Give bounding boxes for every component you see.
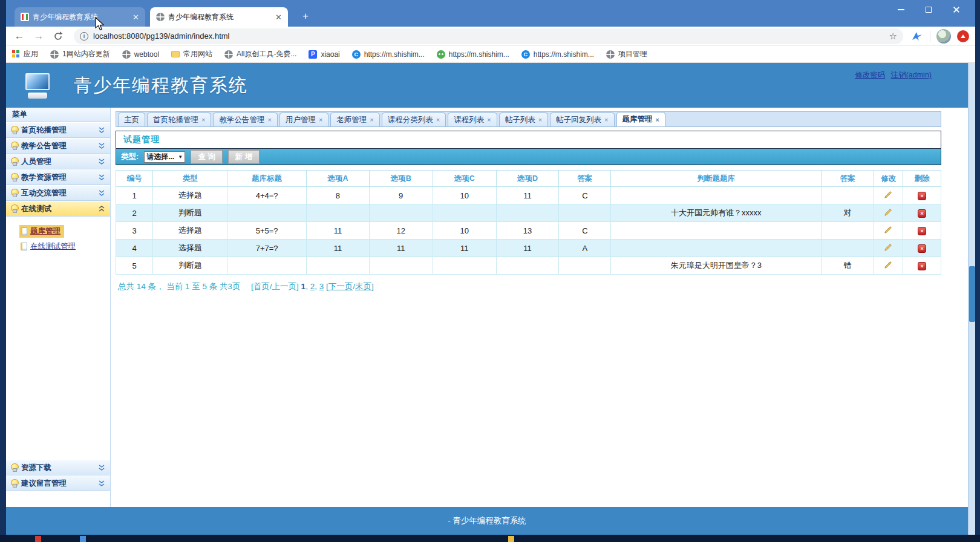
sidebar-item-personnel[interactable]: 人员管理 (6, 154, 110, 169)
logout-link[interactable]: 注销(admin) (891, 71, 932, 79)
bookmark-item[interactable]: 1网站内容更新 (50, 49, 110, 59)
tab-close-icon[interactable]: × (656, 116, 659, 123)
table-cell: C (559, 222, 611, 240)
scrollbar-thumb[interactable] (969, 266, 975, 322)
tab-close-icon[interactable]: × (538, 116, 542, 123)
table-cell (611, 240, 822, 257)
sidebar-item-downloads[interactable]: 资源下载 (6, 460, 110, 475)
tab-users[interactable]: 用户管理× (279, 113, 328, 126)
last-page-link[interactable]: 末页 (355, 282, 371, 291)
browser-menu-button[interactable] (957, 30, 969, 42)
tab-teachers[interactable]: 老师管理× (330, 113, 379, 126)
edit-pencil-icon[interactable] (884, 243, 893, 252)
browser-tab-title: 青少年编程教育系统 (168, 12, 272, 22)
taskbar-icon[interactable] (35, 536, 41, 542)
reload-button[interactable] (51, 29, 65, 44)
submenu-link[interactable]: 在线测试管理 (30, 241, 76, 252)
maximize-button[interactable] (915, 0, 942, 19)
forward-button[interactable]: → (31, 29, 46, 44)
table-row: 5 判断题 朱元璋是大明开国皇帝？3 错 (116, 257, 941, 275)
bookmark-item[interactable]: 常用网站 (171, 49, 212, 59)
bookmark-item[interactable]: 项目管理 (606, 49, 647, 59)
table-cell: 3 (116, 222, 153, 240)
bookmark-item[interactable]: https://m.shishim... (437, 50, 509, 59)
change-password-link[interactable]: 修改密码 (855, 71, 885, 79)
bookmark-item[interactable]: Chttps://m.shishim... (521, 50, 594, 59)
tab-label: 帖子列表 (505, 115, 535, 125)
sidebar-item-interaction[interactable]: 互动交流管理 (6, 185, 110, 201)
page-info-icon[interactable]: i (80, 32, 88, 41)
tab-carousel[interactable]: 首页轮播管理× (147, 113, 211, 126)
browser-tab-2[interactable]: 青少年编程教育系统 ✕ (150, 7, 288, 27)
edit-pencil-icon[interactable] (884, 225, 893, 234)
bookmark-item[interactable]: Pxiaoai (309, 50, 339, 59)
sidebar-item-announcement[interactable]: 教学公告管理 (6, 138, 110, 154)
back-button[interactable]: ← (12, 29, 27, 44)
sidebar-item-carousel[interactable]: 首页轮播管理 (6, 122, 110, 138)
delete-icon[interactable]: × (918, 227, 926, 235)
submenu-link[interactable]: 题库管理 (30, 226, 60, 237)
tab-close-icon[interactable]: × (267, 116, 271, 123)
tab-close-icon[interactable]: × (319, 116, 322, 123)
tab-home[interactable]: 主页 (118, 113, 145, 126)
next-page-link[interactable]: 下一页 (328, 282, 353, 291)
submenu-item-online-test-mgmt[interactable]: 在线测试管理 (19, 240, 79, 253)
tab-close-icon[interactable]: ✕ (275, 13, 282, 21)
table-cell: 错 (822, 257, 874, 275)
type-select[interactable]: 请选择... ▼ (144, 151, 185, 163)
browser-tab-1[interactable]: 青少年编程教育系统 ✕ (15, 7, 145, 27)
add-button[interactable]: 新 增 (228, 150, 260, 164)
tab-courses[interactable]: 课程列表× (448, 113, 497, 126)
tab-question-bank[interactable]: 题库管理× (616, 112, 665, 126)
c-badge-icon: C (352, 50, 361, 59)
tab-close-icon[interactable]: × (201, 116, 205, 123)
table-cell: 4 (116, 240, 153, 257)
tab-close-icon[interactable]: ✕ (132, 13, 139, 21)
tab-announcement[interactable]: 教学公告管理× (213, 113, 277, 126)
profile-avatar[interactable] (936, 29, 951, 44)
minimize-button[interactable] (887, 0, 915, 19)
address-bar[interactable]: i localhost:8080/pg139/admin/index.html … (74, 28, 903, 44)
bookmark-item[interactable]: Chttps://m.shishim... (352, 50, 425, 59)
new-tab-button[interactable]: + (298, 10, 313, 23)
bookmark-star-icon[interactable]: ☆ (889, 31, 897, 42)
edit-pencil-icon[interactable] (884, 207, 893, 217)
tab-post-replies[interactable]: 帖子回复列表× (550, 113, 614, 126)
page-1-current: 1 (301, 282, 306, 291)
table-cell (559, 204, 611, 222)
tab-label: 题库管理 (622, 114, 653, 125)
taskbar-icon[interactable] (508, 536, 514, 542)
windows-taskbar[interactable] (0, 535, 980, 542)
tab-close-icon[interactable]: × (604, 116, 608, 123)
delete-icon[interactable]: × (918, 244, 926, 253)
sidebar-item-online-test[interactable]: 在线测试 (6, 201, 110, 217)
edit-pencil-icon[interactable] (884, 260, 893, 269)
bird-extension-icon[interactable] (910, 30, 924, 42)
delete-icon[interactable]: × (918, 192, 926, 200)
table-cell: 朱元璋是大明开国皇帝？3 (611, 257, 822, 275)
tab-close-icon[interactable]: × (487, 116, 491, 123)
taskbar-icon[interactable] (80, 536, 86, 542)
tab-course-categories[interactable]: 课程分类列表× (382, 113, 446, 126)
table-row: 3 选择题 5+5=? 11 12 10 13 C (116, 222, 941, 240)
page-scrollbar[interactable] (968, 63, 975, 535)
page-viewport: 青少年编程教育系统 修改密码 注销(admin) 菜单 首页轮播管理 (6, 63, 975, 535)
tab-close-icon[interactable]: × (436, 116, 440, 123)
tab-close-icon[interactable]: × (370, 116, 373, 123)
tab-posts[interactable]: 帖子列表× (499, 113, 548, 126)
delete-icon[interactable]: × (918, 262, 926, 270)
sidebar-item-suggestions[interactable]: 建议留言管理 (6, 475, 110, 491)
url-text[interactable]: localhost:8080/pg139/admin/index.html (93, 31, 889, 41)
bookmark-item[interactable]: All原创工具-免费... (224, 49, 296, 59)
query-button[interactable]: 查 询 (191, 150, 222, 164)
bookmark-apps[interactable]: 应用 (12, 49, 38, 59)
bulb-icon (11, 126, 18, 134)
sidebar-item-resources[interactable]: 教学资源管理 (6, 169, 110, 185)
bookmark-item[interactable]: webtool (122, 50, 159, 59)
table-row: 4 选择题 7+7=? 11 11 11 11 A (116, 240, 941, 257)
delete-icon[interactable]: × (918, 209, 926, 218)
edit-pencil-icon[interactable] (884, 190, 893, 199)
page-3-link[interactable]: 3 (319, 282, 324, 291)
submenu-item-question-bank[interactable]: 题库管理 (19, 225, 64, 238)
close-button[interactable] (942, 0, 970, 19)
